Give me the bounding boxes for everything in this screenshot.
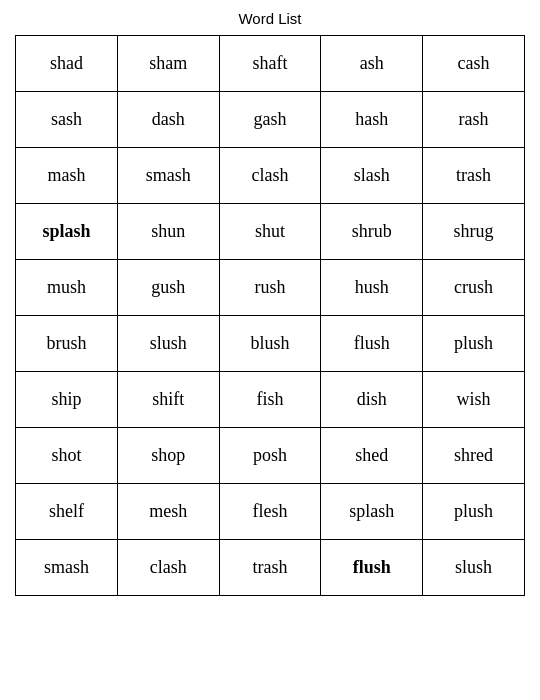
word-cell: rush xyxy=(219,260,321,316)
word-cell: crush xyxy=(423,260,525,316)
word-cell: mesh xyxy=(117,484,219,540)
word-cell: mush xyxy=(16,260,118,316)
word-cell: gush xyxy=(117,260,219,316)
table-row: shipshiftfishdishwish xyxy=(16,372,525,428)
word-cell: slash xyxy=(321,148,423,204)
word-cell: dash xyxy=(117,92,219,148)
word-cell: shift xyxy=(117,372,219,428)
page-title: Word List xyxy=(238,10,301,27)
word-cell: gash xyxy=(219,92,321,148)
word-cell: mash xyxy=(16,148,118,204)
word-cell: blush xyxy=(219,316,321,372)
table-row: sashdashgashhashrash xyxy=(16,92,525,148)
word-cell: trash xyxy=(423,148,525,204)
table-row: shadshamshaftashcash xyxy=(16,36,525,92)
word-cell: smash xyxy=(16,540,118,596)
word-cell: shut xyxy=(219,204,321,260)
word-cell: posh xyxy=(219,428,321,484)
word-cell: shed xyxy=(321,428,423,484)
word-cell: brush xyxy=(16,316,118,372)
word-cell: dish xyxy=(321,372,423,428)
word-cell: shad xyxy=(16,36,118,92)
word-list-table: shadshamshaftashcashsashdashgashhashrash… xyxy=(15,35,525,596)
word-cell: shop xyxy=(117,428,219,484)
word-cell: cash xyxy=(423,36,525,92)
word-cell: fish xyxy=(219,372,321,428)
word-cell: shaft xyxy=(219,36,321,92)
word-cell: slush xyxy=(117,316,219,372)
table-row: splashshunshutshrubshrug xyxy=(16,204,525,260)
word-cell: sash xyxy=(16,92,118,148)
table-row: brushslushblushflushplush xyxy=(16,316,525,372)
word-cell: slush xyxy=(423,540,525,596)
word-cell: rash xyxy=(423,92,525,148)
word-cell: sham xyxy=(117,36,219,92)
word-cell: ash xyxy=(321,36,423,92)
word-cell: shrug xyxy=(423,204,525,260)
table-row: smashclashtrashflushslush xyxy=(16,540,525,596)
word-cell: splash xyxy=(321,484,423,540)
word-cell: clash xyxy=(117,540,219,596)
word-cell: trash xyxy=(219,540,321,596)
word-cell: shrub xyxy=(321,204,423,260)
word-cell: hash xyxy=(321,92,423,148)
word-cell: shot xyxy=(16,428,118,484)
word-cell: clash xyxy=(219,148,321,204)
word-cell: splash xyxy=(16,204,118,260)
table-row: shelfmeshfleshsplashplush xyxy=(16,484,525,540)
word-cell: shelf xyxy=(16,484,118,540)
word-cell: plush xyxy=(423,484,525,540)
word-cell: wish xyxy=(423,372,525,428)
word-cell: flesh xyxy=(219,484,321,540)
word-cell: flush xyxy=(321,316,423,372)
table-row: mashsmashclashslashtrash xyxy=(16,148,525,204)
word-cell: shred xyxy=(423,428,525,484)
word-cell: shun xyxy=(117,204,219,260)
word-cell: hush xyxy=(321,260,423,316)
word-cell: plush xyxy=(423,316,525,372)
word-cell: smash xyxy=(117,148,219,204)
table-row: mushgushrushhushcrush xyxy=(16,260,525,316)
word-cell: flush xyxy=(321,540,423,596)
word-cell: ship xyxy=(16,372,118,428)
table-row: shotshopposhshedshred xyxy=(16,428,525,484)
